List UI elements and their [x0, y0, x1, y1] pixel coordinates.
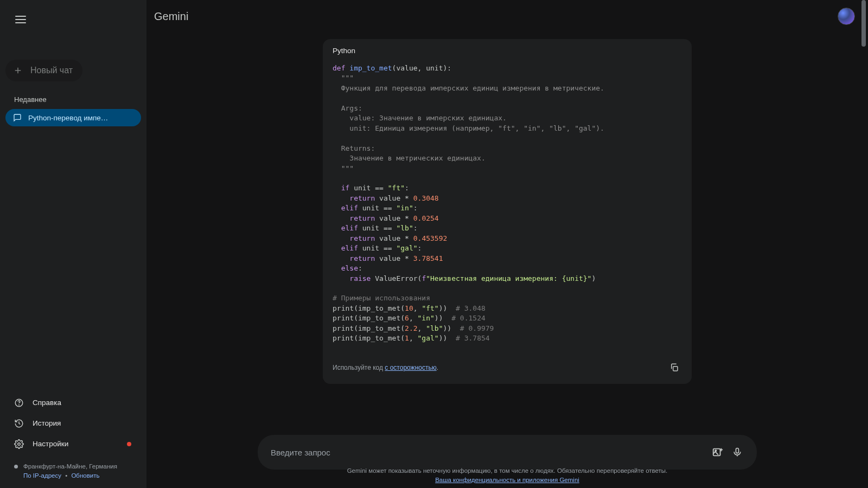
- voice-input-button[interactable]: [727, 442, 747, 462]
- chat-bubble-icon: [13, 113, 22, 122]
- update-location-link[interactable]: Обновить: [71, 472, 99, 479]
- help-icon: [14, 398, 24, 408]
- svg-point-1: [19, 404, 20, 405]
- plus-icon: [12, 65, 24, 76]
- svg-point-2: [18, 442, 21, 445]
- app-title: Gemini: [154, 10, 188, 23]
- sidebar: Новый чат Недавнее Python-перевод импе… …: [0, 0, 146, 488]
- location-dot-icon: [14, 465, 18, 468]
- svg-rect-6: [736, 448, 739, 453]
- code-language-label: Python: [323, 39, 692, 60]
- privacy-link[interactable]: Ваша конфиденциальность и приложения Gem…: [435, 477, 579, 483]
- settings-link[interactable]: Настройки: [5, 434, 141, 454]
- disclaimer-text: Gemini может показывать неточную информа…: [146, 466, 868, 485]
- help-link[interactable]: Справка: [5, 393, 141, 413]
- ip-address-link[interactable]: По IP-адресу: [23, 472, 61, 479]
- sidebar-chat-item[interactable]: Python-перевод импе…: [5, 109, 141, 126]
- history-link[interactable]: История: [5, 413, 141, 434]
- prompt-input[interactable]: [271, 448, 708, 457]
- copy-icon: [669, 363, 679, 373]
- notification-dot-icon: [127, 442, 131, 446]
- microphone-icon: [732, 447, 743, 458]
- hamburger-icon: [15, 16, 26, 23]
- history-icon: [14, 419, 24, 428]
- copy-code-button[interactable]: [666, 359, 683, 376]
- new-chat-label: Новый чат: [30, 66, 73, 75]
- code-content: def imp_to_met(value, unit): """ Функция…: [323, 60, 692, 352]
- code-caution-text: Используйте код с осторожностью.: [333, 364, 438, 371]
- location-text: Франкфурт-на-Майне, Германия: [23, 462, 117, 471]
- main-area: Gemini Python def imp_to_met(value, unit…: [146, 0, 868, 488]
- code-block-card: Python def imp_to_met(value, unit): """ …: [323, 39, 692, 384]
- scrollbar[interactable]: [860, 0, 867, 488]
- settings-label: Настройки: [33, 440, 68, 448]
- conversation-scroll[interactable]: Python def imp_to_met(value, unit): """ …: [146, 28, 868, 415]
- chat-item-label: Python-перевод импе…: [28, 114, 108, 122]
- prompt-input-bar: [258, 435, 757, 470]
- scrollbar-thumb[interactable]: [861, 0, 866, 47]
- location-info: Франкфурт-на-Майне, Германия По IP-адрес…: [5, 462, 141, 481]
- image-plus-icon: [712, 446, 724, 458]
- history-label: История: [33, 419, 61, 427]
- svg-point-5: [715, 450, 716, 451]
- help-label: Справка: [33, 399, 61, 407]
- upload-image-button[interactable]: [708, 442, 727, 462]
- svg-rect-3: [673, 366, 678, 370]
- main-menu-button[interactable]: [9, 8, 33, 31]
- code-caution-link[interactable]: с осторожностью: [385, 364, 436, 371]
- recent-section-label: Недавнее: [5, 95, 141, 104]
- gear-icon: [14, 439, 24, 449]
- user-avatar[interactable]: [838, 8, 855, 25]
- new-chat-button[interactable]: Новый чат: [5, 60, 82, 81]
